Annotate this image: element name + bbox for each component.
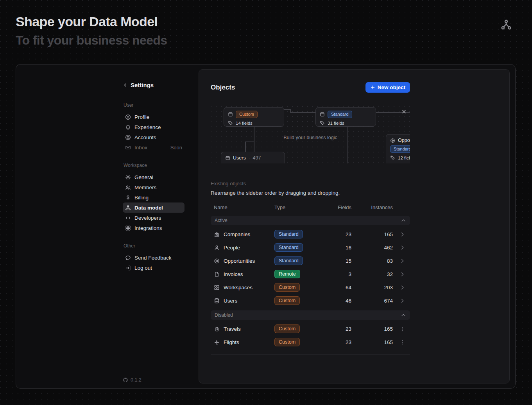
table-group-header[interactable]: Disabled — [211, 310, 410, 320]
table-row-workspaces[interactable]: Workspaces Custom 64 203 — [211, 281, 410, 294]
sidebar-item-label: Accounts — [134, 134, 156, 140]
table-row-travels[interactable]: Travels Custom 23 165 — [211, 322, 410, 335]
column-header-type: Type — [274, 204, 321, 210]
connector-line — [254, 127, 254, 142]
bell-icon — [125, 124, 131, 130]
chevron-right-icon[interactable] — [399, 245, 405, 251]
chevron-up-icon — [401, 218, 406, 223]
instances-count: 165 — [351, 326, 393, 332]
app-version: 0.1.2 — [123, 377, 142, 383]
settings-panel: Settings User Profile Experience Account… — [16, 64, 516, 389]
node-name: Users — [233, 155, 246, 161]
tag-icon — [320, 120, 325, 125]
box-icon — [320, 112, 325, 117]
sidebar-sections: User Profile Experience Accounts Inbox S… — [123, 102, 184, 273]
object-name: People — [224, 245, 240, 251]
type-badge: Custom — [274, 296, 300, 305]
mail-icon — [125, 145, 131, 151]
table-row-companies[interactable]: Companies Standard 23 165 — [211, 228, 410, 241]
person-icon — [214, 245, 220, 251]
sidebar-item-label: Members — [134, 185, 156, 190]
sidebar-section-label: Other — [123, 243, 184, 249]
sidebar-item-log-out[interactable]: Log out — [123, 263, 184, 273]
settings-title: Settings — [131, 82, 154, 88]
chevron-right-icon[interactable] — [399, 271, 405, 277]
new-object-button[interactable]: New object — [365, 82, 410, 93]
sidebar-item-developers[interactable]: Developers — [123, 213, 184, 223]
type-badge: Custom — [236, 111, 258, 118]
table-row-flights[interactable]: Flights Custom 23 165 — [211, 335, 410, 349]
sidebar-item-label: Integrations — [134, 225, 162, 231]
objects-title: Objects — [211, 84, 235, 91]
sidebar-item-integrations[interactable]: Integrations — [123, 223, 184, 233]
connector-line — [254, 142, 254, 152]
type-badge: Standard — [328, 111, 352, 118]
code-icon — [125, 215, 131, 221]
coming-soon-badge: Soon — [170, 145, 182, 151]
kebab-icon[interactable] — [399, 339, 405, 345]
node-count: 497 — [253, 155, 261, 161]
sidebar-item-members[interactable]: Members — [123, 182, 184, 192]
instances-count: 203 — [351, 285, 393, 290]
page-title: Shape your Data Model — [16, 14, 167, 29]
close-icon[interactable] — [401, 109, 407, 115]
nodes-icon — [125, 205, 131, 211]
fields-count: 3 — [321, 271, 351, 277]
fields-count: 15 — [321, 258, 351, 264]
sidebar-item-data-model[interactable]: Data model — [123, 202, 184, 213]
fields-count: 46 — [321, 298, 351, 304]
table-row-people[interactable]: People Standard 16 462 — [211, 241, 410, 254]
chevron-right-icon[interactable] — [399, 231, 405, 237]
chevron-right-icon[interactable] — [399, 285, 405, 290]
canvas-node-custom[interactable]: Custom 14 fields — [224, 107, 284, 127]
table-group-active: Active Companies Standard 23 165 People … — [211, 216, 410, 307]
object-name: Workspaces — [224, 285, 253, 290]
connector-line — [284, 109, 290, 110]
sidebar-item-inbox[interactable]: Inbox Soon — [123, 142, 184, 152]
column-header-instances: Instances — [351, 204, 393, 210]
tag-icon — [390, 155, 395, 160]
instances-count: 83 — [351, 258, 393, 264]
connector-line — [347, 127, 348, 163]
sidebar-item-send-feedback[interactable]: Send Feedback — [123, 253, 184, 263]
chat-icon — [125, 255, 131, 261]
type-badge: Standard — [274, 243, 303, 252]
grid-icon — [214, 285, 220, 290]
settings-back-button[interactable]: Settings — [123, 82, 184, 88]
sidebar-item-general[interactable]: General — [123, 172, 184, 182]
type-badge: Standard — [274, 230, 303, 239]
type-badge: Custom — [274, 338, 300, 347]
building-icon — [214, 231, 220, 237]
fields-count: 23 — [321, 339, 351, 345]
sidebar-section: User Profile Experience Accounts Inbox S… — [123, 102, 184, 152]
sidebar-item-experience[interactable]: Experience — [123, 122, 184, 132]
objects-table: Name Type Fields Instances Active Compan… — [211, 204, 410, 355]
table-group-label: Disabled — [215, 312, 233, 318]
sidebar-section: Other Send Feedback Log out — [123, 243, 184, 273]
data-model-canvas[interactable]: Custom 14 fields Standard 31 fields — [211, 106, 410, 163]
sidebar-item-accounts[interactable]: Accounts — [123, 132, 184, 142]
sidebar-item-label: Data model — [134, 205, 163, 211]
sidebar-item-billing[interactable]: Billing — [123, 192, 184, 202]
type-badge: Standard — [390, 145, 410, 153]
table-row-invoices[interactable]: Invoices Remote 3 32 — [211, 267, 410, 281]
kebab-icon[interactable] — [399, 326, 405, 332]
grid-icon — [125, 225, 131, 231]
canvas-node-users[interactable]: Users · 497 — [221, 152, 285, 163]
canvas-node-opportunities[interactable]: Opportunities Standard 12 fields — [386, 134, 410, 163]
fields-count: 23 — [321, 231, 351, 237]
target-icon — [390, 138, 395, 143]
table-row-users[interactable]: Users Custom 46 674 — [211, 294, 410, 307]
doc-icon — [214, 271, 220, 277]
object-name: Flights — [224, 339, 239, 345]
chevron-right-icon[interactable] — [399, 258, 405, 264]
table-group-header[interactable]: Active — [211, 216, 410, 225]
existing-objects-title: Existing objects — [211, 181, 410, 186]
instances-count: 165 — [351, 339, 393, 345]
sidebar-item-profile[interactable]: Profile — [123, 112, 184, 122]
chevron-right-icon[interactable] — [399, 298, 405, 304]
object-name: Travels — [224, 326, 241, 332]
table-row-opportunities[interactable]: Opportunities Standard 15 83 — [211, 254, 410, 267]
canvas-node-standard[interactable]: Standard 31 fields — [315, 107, 376, 127]
box-icon — [228, 112, 233, 117]
